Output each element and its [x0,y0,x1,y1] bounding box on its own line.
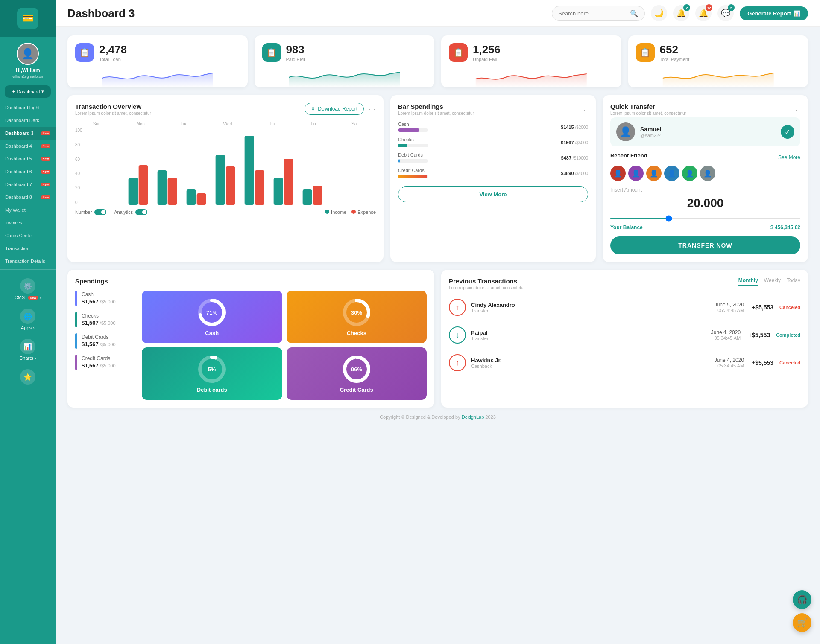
qt-user-handle: @sam224 [640,133,662,138]
bar-chart-svg [86,128,376,205]
donut-credit-label: Credit Cards [340,387,373,393]
bottom-row: Spendings Cash $1,567 /$5,000 [67,270,808,408]
friend-avatar-4[interactable]: 👤 [664,166,679,181]
download-report-button[interactable]: ⬇ Download Report [305,103,364,115]
donut-credit: 96% Credit Cards [287,347,427,400]
sidebar-user-section: 👤 Hi,William william@gmail.com [8,37,47,82]
qt-user-card: 👤 Samuel @sam224 ✓ [610,117,800,146]
sidebar-item-dashboard7[interactable]: Dashboard 7New [0,178,56,191]
svg-rect-12 [302,189,312,205]
svg-text:5%: 5% [208,366,216,373]
generate-report-button[interactable]: Generate Report 📊 [740,6,808,20]
quick-transfer-more-icon[interactable]: ⋮ [793,103,800,112]
svg-rect-11 [284,159,293,205]
expense-legend: Expense [357,210,376,215]
trans-overview-subtitle: Lorem ipsum dolor sit amet, consectetur [75,111,151,116]
sidebar-icon-section: ⚙️ CMSNew› 🌐 Apps › 📊 Charts › ⭐ [0,269,56,394]
spendings-items: Cash $1,567 /$5,000 Checks $1,567 /$5,00… [75,291,135,376]
cart-icon: 🛒 [797,618,808,628]
messages-badge: 5 [728,4,735,11]
friend-avatar-2[interactable]: 👤 [628,166,644,181]
download-icon: ⬇ [311,106,315,112]
friend-avatar-1[interactable]: 👤 [610,166,626,181]
dark-mode-toggle[interactable]: 🌙 [651,5,667,21]
sidebar-item-my-wallet[interactable]: My Wallet [0,204,56,216]
total-payment-value: 652 [660,43,690,56]
alerts-btn[interactable]: 🔔 12 [695,5,712,21]
sidebar-item-dashboard4[interactable]: Dashboard 4New [0,140,56,152]
prev-transactions-card: Previous Transactions Lorem ipsum dolor … [441,270,808,408]
search-input[interactable] [558,10,627,17]
user-name: Hi,William [15,67,40,73]
total-loan-wave [75,65,240,87]
number-toggle[interactable] [94,209,106,215]
floating-buttons: 🎧 🛒 [793,590,811,632]
sidebar-item-transaction[interactable]: Transaction [0,242,56,255]
floating-cart-button[interactable]: 🛒 [793,613,811,632]
spending-row-debit: Debit Cards $487 /$10000 [398,152,588,163]
balance-label: Your Balance [610,224,643,230]
donut-cash: 71% Cash [142,291,282,343]
total-loan-label: Total Loan [99,57,127,62]
bar-spendings-subtitle: Lorem ipsum dolor sit amet, consectetur [398,111,474,116]
dashboard-menu-btn[interactable]: ⊞Dashboard▾ [5,85,51,98]
bar-spendings-more-icon[interactable]: ⋮ [580,103,588,112]
sidebar-item-favorites[interactable]: ⭐ [0,365,56,390]
transfer-now-button[interactable]: TRANSFER NOW [610,236,800,254]
friend-avatar-5[interactable]: 👤 [682,166,697,181]
svg-rect-2 [157,170,167,205]
spending-bars: Cash $1415 /$2000 Checks [398,122,588,178]
page-title: Dashboard 3 [67,7,135,20]
friend-avatar-3[interactable]: 👤 [646,166,662,181]
user-email: william@gmail.com [11,74,44,79]
messages-btn[interactable]: 💬 5 [718,5,734,21]
sidebar-item-dashboard5[interactable]: Dashboard 5New [0,152,56,165]
sidebar-item-transaction-details[interactable]: Transaction Details [0,255,56,268]
sidebar-item-dashboard8[interactable]: Dashboard 8New [0,191,56,204]
transaction-status-hawkins: Canceled [779,360,800,365]
paid-emi-value: 983 [286,43,305,56]
notifications-btn[interactable]: 🔔 2 [673,5,689,21]
sidebar-item-invoices[interactable]: Invoices [0,216,56,229]
svg-text:96%: 96% [351,366,362,373]
sidebar-item-cms[interactable]: ⚙️ CMSNew› [0,274,56,304]
sidebar-nav: Dashboard Light Dashboard Dark Dashboard… [0,101,56,268]
see-more-link[interactable]: See More [778,154,800,160]
sidebar-item-charts[interactable]: 📊 Charts › [0,335,56,365]
friend-avatar-6[interactable]: 👤 [700,166,715,181]
bar-chart-days: Sun Mon Tue Wed Thu Fri Sat [75,122,376,126]
paid-emi-wave [262,65,427,87]
sidebar-item-dashboard-dark[interactable]: Dashboard Dark [0,114,56,127]
tab-monthly[interactable]: Monthly [738,277,758,286]
view-more-button[interactable]: View More [398,186,588,202]
star-icon: ⭐ [20,369,35,385]
more-options-icon[interactable]: ⋯ [368,104,376,114]
logo-icon[interactable]: 💳 [17,8,38,29]
sp-item-credit: Credit Cards $1,567 /$5,000 [75,355,135,370]
search-bar[interactable]: 🔍 [552,6,645,21]
total-payment-wave [636,65,801,87]
spending-row-checks: Checks $1567 /$5000 [398,137,588,147]
qt-check-icon[interactable]: ✓ [781,125,794,139]
sidebar-item-dashboard3[interactable]: Dashboard 3New [0,127,56,140]
spendings-donuts: 71% Cash 30% Checks [142,291,427,400]
sidebar-item-dashboard6[interactable]: Dashboard 6New [0,165,56,178]
sidebar-item-dashboard-light[interactable]: Dashboard Light [0,101,56,114]
svg-rect-9 [255,170,264,205]
tab-weekly[interactable]: Weekly [764,277,781,286]
header: Dashboard 3 🔍 🌙 🔔 2 🔔 12 💬 5 Gen [56,0,820,27]
prev-transactions-header: Previous Transactions Lorem ipsum dolor … [449,277,800,292]
apps-icon: 🌐 [20,309,35,324]
amount-slider[interactable] [610,218,800,219]
tab-today[interactable]: Today [787,277,800,286]
floating-support-button[interactable]: 🎧 [793,590,811,609]
sidebar-item-apps[interactable]: 🌐 Apps › [0,304,56,335]
paid-emi-label: Paid EMI [286,57,305,62]
total-loan-value: 2,478 [99,43,127,56]
sp-item-debit: Debit Cards $1,567 /$5,000 [75,333,135,349]
quick-transfer-header: Quick Transfer Lorem ipsum dolor sit ame… [610,103,800,116]
footer-brand-link[interactable]: DexignLab [462,414,484,420]
sp-item-checks: Checks $1,567 /$5,000 [75,312,135,327]
sidebar-item-cards-center[interactable]: Cards Center [0,229,56,242]
analytics-toggle[interactable] [135,209,147,215]
